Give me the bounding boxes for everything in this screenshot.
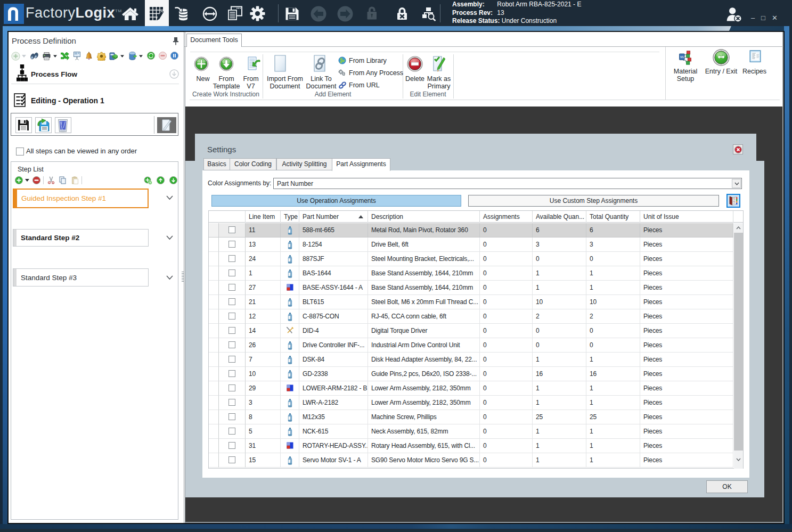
svg-text:MU: MU [680,56,684,59]
